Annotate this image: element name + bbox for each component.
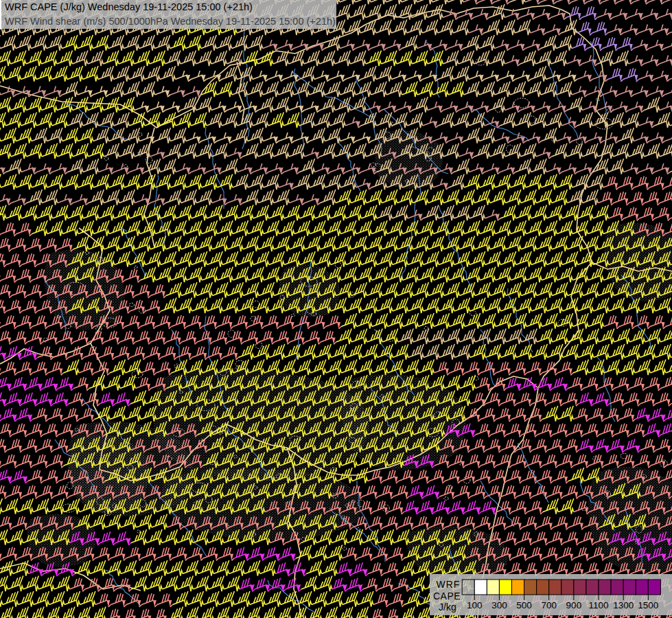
svg-text:J/kg: J/kg: [439, 602, 456, 613]
svg-text:1500: 1500: [638, 600, 658, 610]
svg-text:900: 900: [566, 600, 582, 610]
svg-text:100: 100: [467, 600, 483, 610]
svg-text:700: 700: [541, 600, 557, 610]
svg-text:1300: 1300: [613, 600, 634, 610]
svg-text:500: 500: [516, 600, 532, 610]
svg-text:CAPE: CAPE: [433, 591, 461, 602]
svg-text:WRF: WRF: [437, 579, 461, 590]
svg-text:300: 300: [491, 600, 507, 610]
svg-text:1100: 1100: [589, 600, 609, 610]
